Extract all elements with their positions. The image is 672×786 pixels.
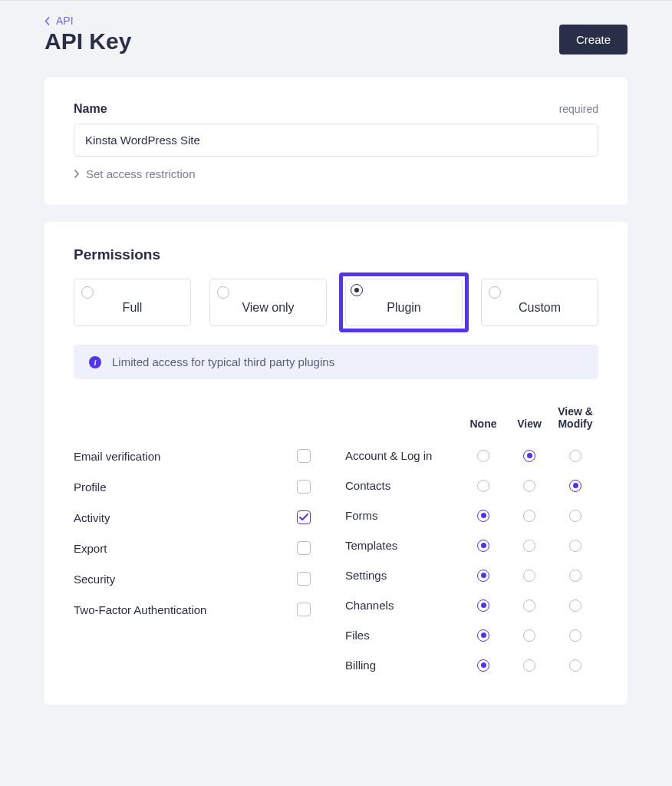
chevron-right-icon bbox=[74, 170, 80, 178]
radio-modify[interactable] bbox=[569, 540, 581, 552]
permission-row: Security bbox=[74, 563, 327, 594]
permission-mode-tabs: FullView onlyPluginCustom bbox=[74, 279, 598, 326]
permission-label: Account & Log in bbox=[345, 449, 460, 462]
permission-label: Security bbox=[74, 573, 281, 586]
permission-row: Export bbox=[74, 533, 327, 563]
permission-row: Email verification bbox=[74, 441, 327, 471]
info-text: Limited access for typical third party p… bbox=[112, 355, 334, 368]
breadcrumb-label: API bbox=[56, 15, 74, 27]
create-button[interactable]: Create bbox=[559, 25, 628, 54]
checkbox[interactable] bbox=[297, 449, 311, 463]
required-label: required bbox=[559, 103, 598, 115]
radio-modify[interactable] bbox=[569, 570, 581, 582]
permission-tab-plugin[interactable]: Plugin bbox=[339, 272, 469, 332]
permission-row: Profile bbox=[74, 471, 327, 502]
permission-row: Two-Factor Authentication bbox=[74, 594, 327, 625]
radio-modify[interactable] bbox=[569, 599, 581, 612]
info-banner: i Limited access for typical third party… bbox=[74, 345, 598, 379]
radio-icon bbox=[81, 286, 94, 299]
radio-none[interactable] bbox=[477, 629, 489, 642]
name-card: Name required Set access restriction bbox=[44, 78, 628, 205]
radio-modify[interactable] bbox=[569, 629, 581, 642]
permission-tab-custom[interactable]: Custom bbox=[481, 279, 598, 326]
radio-icon bbox=[489, 286, 501, 299]
permission-tab-full[interactable]: Full bbox=[74, 279, 191, 326]
col-header-none: None bbox=[460, 418, 506, 430]
radio-view[interactable] bbox=[523, 450, 535, 462]
permission-label: Files bbox=[345, 629, 460, 642]
radio-none[interactable] bbox=[477, 510, 489, 522]
permission-label: Channels bbox=[345, 599, 460, 612]
permission-tab-view-only[interactable]: View only bbox=[209, 279, 327, 326]
radio-modify[interactable] bbox=[569, 480, 581, 492]
permission-label: Export bbox=[74, 542, 281, 555]
permission-label: Two-Factor Authentication bbox=[74, 603, 281, 616]
radio-icon bbox=[351, 284, 363, 296]
radio-view[interactable] bbox=[523, 629, 535, 642]
name-input[interactable] bbox=[74, 124, 598, 157]
permissions-heading: Permissions bbox=[74, 246, 598, 263]
permission-label: Profile bbox=[74, 481, 281, 494]
breadcrumb-api[interactable]: API bbox=[44, 15, 131, 27]
permission-label: Settings bbox=[345, 569, 460, 582]
permissions-card: Permissions FullView onlyPluginCustom i … bbox=[44, 222, 628, 705]
permission-row: Billing bbox=[345, 650, 598, 680]
radio-view[interactable] bbox=[523, 510, 535, 522]
col-header-view: View bbox=[506, 418, 552, 430]
radio-none[interactable] bbox=[477, 450, 489, 462]
permission-label: Templates bbox=[345, 539, 460, 552]
name-label: Name bbox=[74, 102, 107, 116]
page-title: API Key bbox=[44, 28, 131, 54]
radio-view[interactable] bbox=[523, 570, 535, 582]
access-restriction-toggle[interactable]: Set access restriction bbox=[74, 167, 598, 180]
radio-none[interactable] bbox=[477, 659, 489, 672]
permissions-left-column: Email verificationProfileActivityExportS… bbox=[74, 402, 327, 680]
permission-label: Billing bbox=[345, 659, 460, 672]
radio-none[interactable] bbox=[477, 599, 489, 612]
permission-row: Templates bbox=[345, 530, 598, 560]
chevron-left-icon bbox=[44, 17, 50, 25]
info-icon: i bbox=[89, 356, 101, 368]
checkbox[interactable] bbox=[297, 480, 311, 494]
radio-icon bbox=[217, 286, 229, 299]
col-header-modify: View & Modify bbox=[552, 405, 598, 430]
radio-modify[interactable] bbox=[569, 510, 581, 522]
checkbox[interactable] bbox=[297, 510, 311, 524]
checkbox[interactable] bbox=[297, 572, 311, 586]
radio-none[interactable] bbox=[477, 540, 489, 552]
permission-label: Activity bbox=[74, 511, 281, 524]
radio-none[interactable] bbox=[477, 480, 489, 492]
checkbox[interactable] bbox=[297, 603, 311, 616]
permission-row: Files bbox=[345, 620, 598, 650]
radio-modify[interactable] bbox=[569, 450, 581, 462]
radio-view[interactable] bbox=[523, 480, 535, 492]
permission-label: Email verification bbox=[74, 450, 281, 463]
page-header: API API Key Create bbox=[44, 1, 628, 61]
permission-row: Forms bbox=[345, 500, 598, 530]
checkbox[interactable] bbox=[297, 541, 311, 555]
radio-view[interactable] bbox=[523, 659, 535, 672]
permission-label: Forms bbox=[345, 509, 460, 522]
permission-row: Settings bbox=[345, 560, 598, 590]
permission-label: Contacts bbox=[345, 479, 460, 492]
radio-view[interactable] bbox=[523, 540, 535, 552]
radio-modify[interactable] bbox=[569, 659, 581, 672]
permission-row: Contacts bbox=[345, 471, 598, 500]
permissions-right-column: None View View & Modify Account & Log in… bbox=[345, 402, 598, 680]
permission-row: Account & Log in bbox=[345, 441, 598, 471]
access-restriction-label: Set access restriction bbox=[86, 167, 196, 180]
permission-row: Channels bbox=[345, 590, 598, 620]
radio-view[interactable] bbox=[523, 599, 535, 612]
radio-none[interactable] bbox=[477, 570, 489, 582]
permission-row: Activity bbox=[74, 502, 327, 533]
